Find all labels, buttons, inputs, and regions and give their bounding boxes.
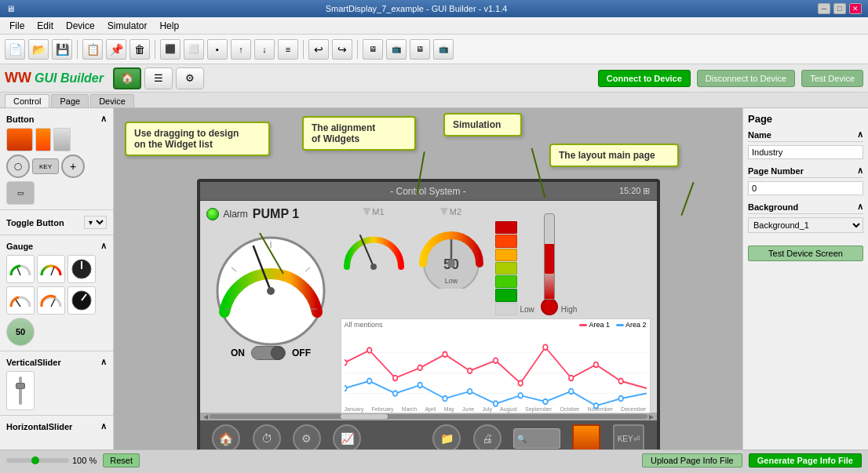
- sidebar-gauge-item4[interactable]: [6, 286, 35, 315]
- svg-point-38: [345, 386, 347, 391]
- footer-chart-btn[interactable]: 📈: [333, 424, 361, 449]
- on-off-toggle[interactable]: ON OFF: [231, 346, 311, 360]
- zoom-handle[interactable]: [31, 457, 39, 464]
- logo: WW GUI Builder: [5, 70, 104, 86]
- panel-name-input[interactable]: [748, 145, 863, 159]
- screen4-btn[interactable]: 📺: [433, 39, 454, 60]
- svg-point-32: [493, 358, 498, 363]
- close-btn[interactable]: ✕: [849, 3, 862, 14]
- screen1-btn[interactable]: 🖥: [363, 39, 383, 60]
- footer-gauge-btn[interactable]: ⏱: [253, 424, 281, 449]
- main-layout: Button ∧ ◯ KEY + ▭ Toggle Button ▾: [0, 108, 868, 449]
- zoom-bar[interactable]: [6, 458, 69, 463]
- panel-background-chevron[interactable]: ∧: [857, 202, 863, 212]
- screen3-btn[interactable]: 🖥: [410, 39, 430, 60]
- footer-search-bar[interactable]: 🔍: [513, 428, 560, 449]
- sidebar-vslider-item[interactable]: [6, 371, 35, 410]
- sidebar-gauge-item6[interactable]: [67, 286, 96, 315]
- upload-btn[interactable]: Upload Page Info File: [642, 453, 742, 468]
- toggle-track[interactable]: [251, 346, 286, 360]
- redo-btn[interactable]: ↪: [332, 39, 352, 60]
- toolbar-sep4: [357, 40, 358, 59]
- sidebar-item[interactable]: [35, 128, 51, 151]
- connect-device-btn[interactable]: Connect to Device: [598, 70, 691, 87]
- disconnect-device-btn[interactable]: Disconnect to Device: [697, 70, 795, 87]
- sidebar-hslider-toggle[interactable]: ∧: [100, 421, 107, 431]
- svg-point-35: [568, 376, 573, 381]
- open-btn[interactable]: 📂: [28, 39, 49, 60]
- copy-btn[interactable]: 📋: [82, 39, 103, 60]
- menu-help[interactable]: Help: [153, 19, 185, 33]
- tab-control[interactable]: Control: [5, 94, 49, 107]
- sidebar-gauge-item1[interactable]: [6, 255, 35, 283]
- callout-layout: The layout main page: [549, 144, 679, 167]
- footer-settings-btn[interactable]: ⚙: [293, 424, 321, 449]
- sidebar-item[interactable]: +: [61, 155, 85, 178]
- minimize-btn[interactable]: ─: [818, 3, 830, 14]
- menu-simulator[interactable]: Simulator: [101, 19, 154, 33]
- footer-home-btn[interactable]: 🏠: [212, 424, 240, 449]
- m1-gauge: [341, 218, 407, 277]
- tab-page[interactable]: Page: [51, 94, 89, 107]
- sidebar-item[interactable]: ◯: [6, 155, 30, 178]
- screen2-btn[interactable]: 📺: [386, 39, 407, 60]
- align-top-btn[interactable]: ↑: [231, 39, 251, 60]
- sidebar-button-toggle[interactable]: ∧: [100, 114, 107, 124]
- home-btn[interactable]: 🏠: [113, 67, 141, 89]
- panel-name-label: Name ∧: [748, 129, 863, 142]
- panel-background-select[interactable]: Background_1: [748, 217, 863, 233]
- undo-btn[interactable]: ↩: [308, 39, 329, 60]
- panel-pagenumber-chevron[interactable]: ∧: [857, 166, 863, 176]
- sidebar-vslider-toggle[interactable]: ∧: [100, 357, 107, 367]
- menu-device[interactable]: Device: [60, 19, 101, 33]
- sidebar-gauge-item7[interactable]: 50: [6, 318, 35, 346]
- list-btn[interactable]: ☰: [144, 67, 173, 89]
- reset-btn[interactable]: Reset: [103, 453, 140, 468]
- delete-btn[interactable]: 🗑: [129, 39, 150, 60]
- sidebar-gauge-item5[interactable]: [37, 286, 65, 315]
- footer-print-btn[interactable]: 🖨: [473, 424, 501, 449]
- svg-point-31: [467, 368, 472, 373]
- sidebar-toggle-select[interactable]: ▾: [84, 216, 107, 229]
- footer-key-btn[interactable]: KEY⏎: [613, 424, 644, 449]
- titlebar-controls: ─ □ ✕: [818, 3, 862, 14]
- titlebar: 🖥 SmartDisplay_7_example - GUI Builder -…: [0, 0, 868, 17]
- sidebar-button-header: Button ∧: [3, 111, 110, 126]
- sidebar-item[interactable]: [53, 128, 71, 151]
- panel-test-btn[interactable]: Test Device Screen: [748, 246, 863, 261]
- panel-name-chevron[interactable]: ∧: [857, 129, 863, 140]
- align-left-btn[interactable]: ⬛: [160, 39, 181, 60]
- right-panel: Page Name ∧ Page Number ∧ Background ∧ B…: [742, 108, 868, 449]
- sidebar-gauge-toggle[interactable]: ∧: [100, 241, 107, 251]
- align-center-btn[interactable]: ⬜: [184, 39, 204, 60]
- footer-power-btn[interactable]: [572, 424, 600, 449]
- maximize-btn[interactable]: □: [833, 3, 846, 14]
- right-content: M1: [341, 207, 651, 406]
- scrollbar[interactable]: ◀ ▶: [200, 413, 657, 420]
- sidebar-gauge-item2[interactable]: [37, 255, 65, 283]
- generate-btn[interactable]: Generate Page Info File: [749, 453, 862, 468]
- align-right-btn[interactable]: ▪: [207, 39, 228, 60]
- test-device-btn[interactable]: Test Device: [801, 70, 863, 87]
- menu-file[interactable]: File: [3, 19, 31, 33]
- settings-btn[interactable]: ⚙: [176, 67, 204, 89]
- menu-edit[interactable]: Edit: [31, 19, 60, 33]
- sidebar-item[interactable]: KEY: [32, 158, 59, 174]
- sidebar-button-items3: ▭: [3, 180, 110, 206]
- panel-pagenumber-input[interactable]: [748, 181, 863, 195]
- align-bottom-btn[interactable]: ↓: [254, 39, 275, 60]
- sidebar-item[interactable]: [6, 128, 33, 151]
- paste-btn[interactable]: 📌: [106, 39, 126, 60]
- distribute-btn[interactable]: ≡: [278, 39, 298, 60]
- tab-device[interactable]: Device: [90, 94, 134, 107]
- footer-folder-btn[interactable]: 📁: [432, 424, 461, 449]
- svg-point-36: [593, 362, 598, 368]
- panel-pagenumber-section: Page Number ∧: [748, 166, 863, 195]
- new-btn[interactable]: 📄: [5, 39, 25, 60]
- m2-gauge: 50 Low: [412, 218, 491, 289]
- svg-point-41: [418, 383, 422, 388]
- toolbar-sep1: [77, 40, 78, 59]
- save-btn[interactable]: 💾: [52, 39, 72, 60]
- sidebar-gauge-item3[interactable]: [67, 255, 96, 283]
- sidebar-item[interactable]: ▭: [6, 181, 35, 205]
